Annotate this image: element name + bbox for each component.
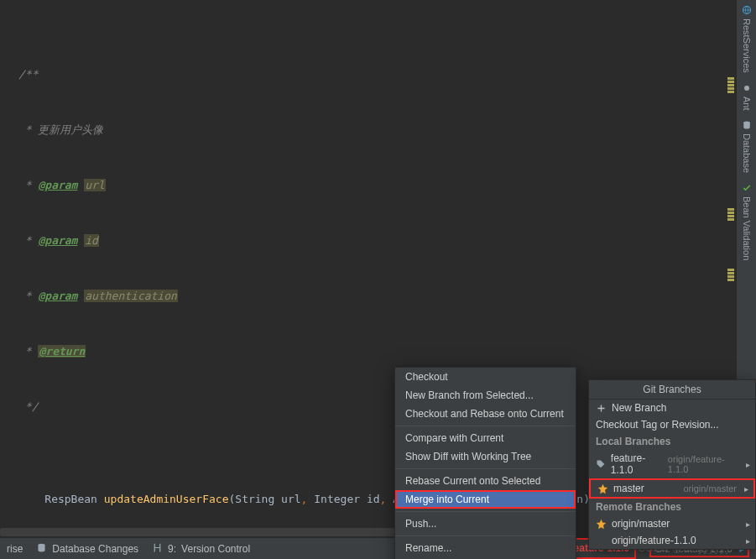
tool-label: Ant	[742, 97, 752, 111]
warning-marker[interactable]	[727, 212, 734, 214]
action-merge-into-current[interactable]: Merge into Current	[395, 490, 576, 509]
separator	[395, 468, 576, 469]
git-branches-popup: Git Branches New Branch Checkout Tag or …	[588, 379, 756, 550]
ant-icon	[742, 83, 752, 93]
warning-marker[interactable]	[727, 208, 734, 211]
item-label: New Branch	[612, 402, 666, 414]
local-branch-item-selected[interactable]: master origin/master	[589, 478, 755, 499]
warning-marker[interactable]	[727, 275, 734, 278]
action-new-branch[interactable]: New Branch from Selected...	[395, 386, 576, 405]
warning-marker[interactable]	[727, 87, 734, 90]
warning-marker[interactable]	[727, 218, 734, 221]
warning-marker[interactable]	[727, 81, 734, 83]
status-label: rise	[7, 543, 23, 555]
action-rename[interactable]: Rename...	[395, 539, 576, 557]
tag-icon	[596, 459, 606, 470]
remote-branches-header: Remote Branches	[589, 499, 755, 515]
database-icon	[742, 120, 752, 130]
vcs-icon	[152, 542, 163, 556]
warning-marker[interactable]	[727, 269, 734, 271]
star-icon	[597, 483, 608, 494]
branch-name: origin/master	[612, 518, 670, 530]
doc-tag-param: @param	[38, 234, 77, 247]
globe-icon	[742, 5, 752, 15]
tool-label: RestServices	[742, 18, 752, 73]
action-rebase-onto[interactable]: Rebase Current onto Selected	[395, 472, 576, 490]
status-num: 9:	[168, 543, 176, 555]
action-checkout-rebase[interactable]: Checkout and Rebase onto Current	[395, 405, 576, 423]
doc-param-name: authentication	[84, 290, 178, 302]
separator	[395, 535, 576, 536]
new-branch-item[interactable]: New Branch	[589, 400, 755, 416]
item-label: Checkout Tag or Revision...	[596, 419, 719, 431]
tool-ant[interactable]: Ant	[742, 83, 752, 111]
action-diff[interactable]: Show Diff with Working Tree	[395, 447, 576, 466]
action-compare[interactable]: Compare with Current	[395, 429, 576, 447]
warning-marker[interactable]	[727, 279, 734, 281]
popup-title: Git Branches	[589, 380, 755, 400]
local-branches-header: Local Branches	[589, 433, 755, 450]
status-label: Database Changes	[52, 543, 138, 555]
warning-marker[interactable]	[727, 272, 734, 274]
doc-param-name: url	[84, 179, 105, 191]
branch-actions-popup: Checkout New Branch from Selected... Che…	[394, 367, 576, 559]
tool-label: Bean Validation	[742, 196, 752, 260]
comment-desc: * 更新用户头像	[18, 123, 103, 136]
tracking-branch: origin/master	[683, 483, 747, 494]
doc-tag-param: @param	[38, 179, 77, 191]
blank-icon	[596, 535, 607, 546]
doc-param-name: id	[84, 234, 99, 247]
separator	[395, 511, 576, 512]
plus-icon	[596, 403, 607, 414]
branch-name: origin/feature-1.1.0	[612, 535, 696, 546]
warning-marker[interactable]	[727, 84, 734, 86]
method-name: updateAdminUserFace	[104, 493, 229, 505]
warning-marker[interactable]	[727, 91, 734, 93]
tracking-branch: origin/feature-1.1.0	[668, 454, 748, 474]
branch-name: master	[613, 483, 644, 494]
status-item[interactable]: rise	[7, 543, 23, 555]
database-changes-button[interactable]: Database Changes	[36, 542, 138, 556]
separator	[395, 426, 576, 426]
database-icon	[36, 542, 47, 556]
action-push[interactable]: Push...	[395, 515, 576, 533]
checkout-tag-item[interactable]: Checkout Tag or Revision...	[589, 416, 755, 433]
comment-close: */	[18, 400, 38, 413]
return-type: RespBean	[44, 493, 103, 505]
warning-marker[interactable]	[727, 215, 734, 217]
tool-beanvalidation[interactable]: Bean Validation	[742, 183, 752, 260]
doc-tag-param: @param	[38, 290, 77, 302]
warning-marker[interactable]	[727, 77, 734, 80]
branch-name: feature-1.1.0	[611, 452, 663, 476]
check-icon	[742, 183, 752, 193]
star-icon	[596, 519, 607, 530]
tool-restservices[interactable]: RestServices	[742, 5, 752, 73]
status-label: Version Control	[181, 543, 250, 555]
svg-point-1	[744, 86, 749, 91]
version-control-button[interactable]: 9: Version Control	[152, 542, 250, 556]
doc-tag-return: @return	[38, 345, 86, 358]
tool-label: Database	[742, 133, 752, 173]
comment-open: /**	[18, 68, 38, 81]
remote-branch-item[interactable]: origin/feature-1.1.0	[589, 532, 755, 549]
tool-database[interactable]: Database	[742, 120, 752, 173]
action-checkout[interactable]: Checkout	[395, 368, 576, 386]
local-branch-item[interactable]: feature-1.1.0 origin/feature-1.1.0	[589, 450, 755, 478]
remote-branch-item[interactable]: origin/master	[589, 515, 755, 532]
